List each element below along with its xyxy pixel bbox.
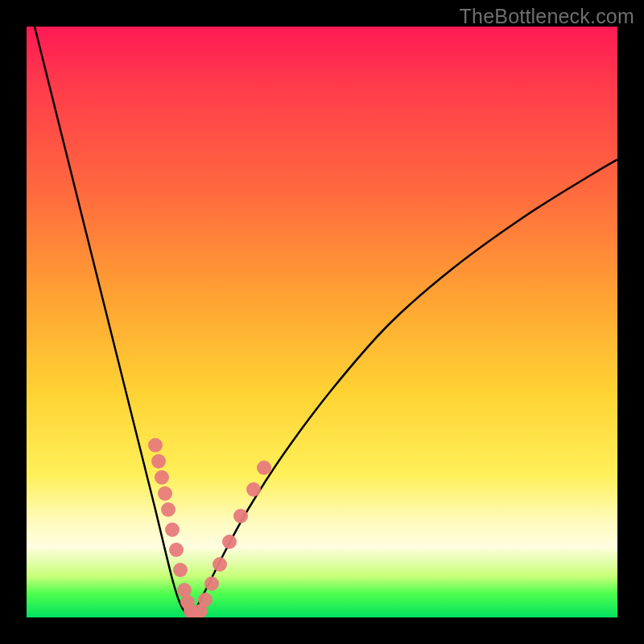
data-dot bbox=[158, 486, 172, 501]
data-dot bbox=[148, 438, 163, 452]
data-dot bbox=[198, 592, 213, 607]
data-dot bbox=[173, 563, 188, 577]
curve-svg bbox=[27, 27, 617, 617]
scatter-dots bbox=[148, 438, 271, 617]
data-dot bbox=[204, 576, 219, 591]
data-dot bbox=[246, 482, 261, 497]
data-dot bbox=[257, 460, 271, 475]
data-dot bbox=[161, 502, 175, 517]
data-dot bbox=[151, 454, 166, 469]
chart-frame: TheBottleneck.com bbox=[0, 0, 644, 644]
data-dot bbox=[222, 535, 237, 549]
data-dot bbox=[169, 543, 184, 557]
plot-area bbox=[27, 27, 617, 617]
watermark-text: TheBottleneck.com bbox=[460, 5, 634, 28]
curve-right bbox=[190, 159, 617, 617]
data-dot bbox=[233, 509, 248, 523]
data-dot bbox=[155, 470, 169, 485]
data-dot bbox=[165, 522, 180, 537]
data-dot bbox=[213, 557, 227, 572]
